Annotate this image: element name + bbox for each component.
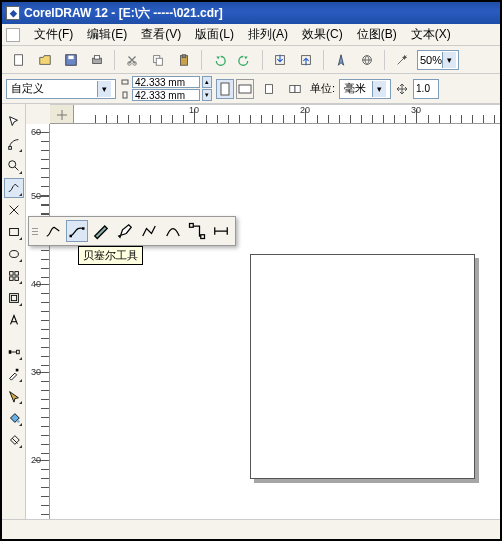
copy-button[interactable] xyxy=(147,49,169,71)
paper-size-select[interactable]: 自定义 ▾ xyxy=(6,79,116,99)
redo-button[interactable] xyxy=(234,49,256,71)
polygon-tool[interactable] xyxy=(4,266,24,286)
spin-down-icon[interactable]: ▾ xyxy=(202,89,212,101)
svg-rect-18 xyxy=(266,84,273,93)
new-button[interactable] xyxy=(8,49,30,71)
paper-size-value: 自定义 xyxy=(11,81,44,96)
paste-button[interactable] xyxy=(173,49,195,71)
standard-toolbar: 50% ▾ xyxy=(2,46,500,74)
page-dimensions: 42.333 mm ▴ 42.333 mm ▾ xyxy=(120,76,212,101)
menu-layout[interactable]: 版面(L) xyxy=(189,24,240,45)
outline-tool[interactable] xyxy=(4,386,24,406)
save-button[interactable] xyxy=(60,49,82,71)
nudge-field[interactable]: 1.0 xyxy=(413,79,439,99)
interactive-fill-tool[interactable] xyxy=(4,430,24,450)
svg-rect-28 xyxy=(14,277,18,281)
ellipse-tool[interactable] xyxy=(4,244,24,264)
chevron-down-icon[interactable]: ▾ xyxy=(442,52,456,68)
workarea: 10203040 605040302010 贝塞尔工具 xyxy=(2,104,500,519)
nudge-icon xyxy=(395,82,409,96)
ruler-corner[interactable] xyxy=(50,105,74,124)
corel-online-button[interactable] xyxy=(356,49,378,71)
zoom-tool[interactable] xyxy=(4,156,24,176)
separator xyxy=(114,50,115,70)
titlebar: ◆ CorelDRAW 12 - [E:\六 -----\021.cdr] xyxy=(2,2,500,24)
artistic-media-tool[interactable] xyxy=(90,220,112,242)
menu-arrange[interactable]: 排列(A) xyxy=(242,24,294,45)
export-button[interactable] xyxy=(295,49,317,71)
menu-edit[interactable]: 编辑(E) xyxy=(81,24,133,45)
pen-tool[interactable] xyxy=(114,220,136,242)
svg-rect-10 xyxy=(182,54,186,57)
svg-rect-20 xyxy=(295,85,300,92)
ruler-label: 50 xyxy=(31,191,41,201)
basic-shapes-tool[interactable] xyxy=(4,288,24,308)
tooltip: 贝塞尔工具 xyxy=(78,246,143,265)
cut-button[interactable] xyxy=(121,49,143,71)
three-point-curve-tool[interactable] xyxy=(162,220,184,242)
menu-file[interactable]: 文件(F) xyxy=(28,24,79,45)
svg-rect-17 xyxy=(239,85,251,93)
separator xyxy=(262,50,263,70)
print-button[interactable] xyxy=(86,49,108,71)
ruler-label: 20 xyxy=(31,455,41,465)
rectangle-tool[interactable] xyxy=(4,222,24,242)
connector-tool[interactable] xyxy=(186,220,208,242)
svg-rect-21 xyxy=(8,147,11,150)
ruler-label: 30 xyxy=(411,105,421,115)
svg-rect-19 xyxy=(290,85,295,92)
interactive-tool[interactable] xyxy=(4,342,24,362)
page-height-field[interactable]: 42.333 mm xyxy=(132,89,200,101)
ruler-label: 40 xyxy=(31,279,41,289)
polyline-tool[interactable] xyxy=(138,220,160,242)
horizontal-ruler[interactable]: 10203040 xyxy=(50,104,500,124)
undo-button[interactable] xyxy=(208,49,230,71)
page-width-field[interactable]: 42.333 mm xyxy=(132,76,200,88)
flyout-drag-handle[interactable] xyxy=(32,220,38,242)
svg-rect-26 xyxy=(14,272,18,276)
freehand-tool[interactable] xyxy=(42,220,64,242)
menu-text[interactable]: 文本(X) xyxy=(405,24,457,45)
app-window: ◆ CorelDRAW 12 - [E:\六 -----\021.cdr] 文件… xyxy=(0,0,502,541)
spin-up-icon[interactable]: ▴ xyxy=(202,76,212,88)
ruler-label: 10 xyxy=(189,105,199,115)
page-button-2[interactable] xyxy=(284,78,306,100)
pick-tool[interactable] xyxy=(4,112,24,132)
unit-value: 毫米 xyxy=(344,81,366,96)
unit-select[interactable]: 毫米 ▾ xyxy=(339,79,391,99)
menu-view[interactable]: 查看(V) xyxy=(135,24,187,45)
svg-rect-36 xyxy=(82,227,85,230)
dimension-tool[interactable] xyxy=(210,220,232,242)
import-button[interactable] xyxy=(269,49,291,71)
menu-bitmaps[interactable]: 位图(B) xyxy=(351,24,403,45)
open-button[interactable] xyxy=(34,49,56,71)
svg-rect-30 xyxy=(11,295,16,300)
text-tool[interactable] xyxy=(4,310,24,330)
smart-draw-tool[interactable] xyxy=(4,200,24,220)
bezier-tool[interactable] xyxy=(66,220,88,242)
ruler-label: 60 xyxy=(31,127,41,137)
fill-tool[interactable] xyxy=(4,408,24,428)
vertical-ruler[interactable]: 605040302010 xyxy=(26,124,50,519)
menu-effects[interactable]: 效果(C) xyxy=(296,24,349,45)
curve-tool[interactable] xyxy=(4,178,24,198)
landscape-button[interactable] xyxy=(236,79,254,99)
shape-tool[interactable] xyxy=(4,134,24,154)
property-bar: 自定义 ▾ 42.333 mm ▴ 42.333 mm ▾ 单位: 毫米 ▾ xyxy=(2,74,500,104)
magic-button[interactable] xyxy=(391,49,413,71)
svg-rect-27 xyxy=(9,277,13,281)
ruler-label: 30 xyxy=(31,367,41,377)
eyedropper-tool[interactable] xyxy=(4,364,24,384)
zoom-select[interactable]: 50% ▾ xyxy=(417,50,459,70)
title-text: CorelDRAW 12 - [E:\六 -----\021.cdr] xyxy=(24,5,223,22)
svg-rect-23 xyxy=(9,229,18,236)
portrait-button[interactable] xyxy=(216,79,234,99)
canvas[interactable] xyxy=(50,124,500,519)
chevron-down-icon[interactable]: ▾ xyxy=(97,81,111,97)
svg-rect-35 xyxy=(70,235,73,238)
chevron-down-icon[interactable]: ▾ xyxy=(372,81,386,97)
svg-rect-2 xyxy=(68,55,73,59)
svg-rect-8 xyxy=(156,58,162,65)
page-button-1[interactable] xyxy=(258,78,280,100)
app-launcher-button[interactable] xyxy=(330,49,352,71)
